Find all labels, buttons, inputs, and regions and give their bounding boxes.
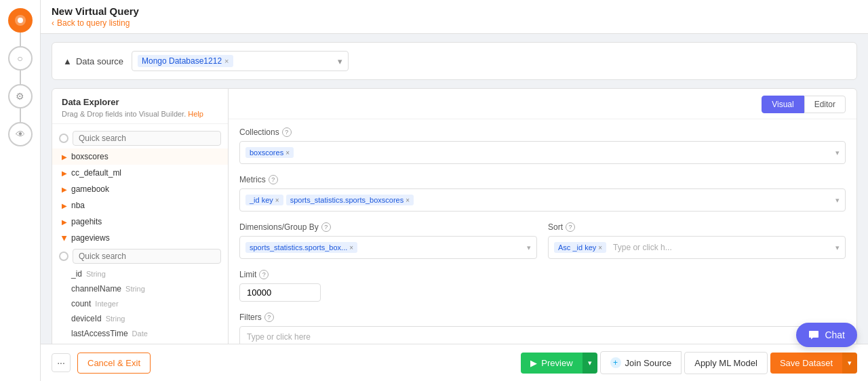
editor-toggle[interactable]: Editor	[804, 96, 846, 113]
dimensions-sort-row: Dimensions/Group By ? sports_statistics.…	[239, 222, 846, 259]
data-explorer-hint: Drag & Drop fields into Visual Builder. …	[62, 110, 218, 118]
datasource-chevron: ▾	[338, 56, 342, 66]
search-radio-1[interactable]	[59, 134, 68, 143]
metrics-label: Metrics ?	[239, 175, 846, 184]
metrics-select[interactable]: _id key × sports_statistics.sports_boxsc…	[239, 188, 846, 212]
dimension-tag: sports_statistics.sports_box... ×	[245, 242, 357, 253]
filter-placeholder: Type or click here	[247, 332, 311, 342]
sort-chevron: ▾	[835, 243, 840, 252]
apply-ml-button[interactable]: Apply ML Model	[684, 352, 768, 374]
caret-pageviews: ▶	[61, 235, 68, 241]
join-source-button[interactable]: + Join Source	[600, 351, 682, 374]
data-explorer-header: Data Explorer Drag & Drop fields into Vi…	[52, 89, 228, 124]
datasource-tag-select[interactable]: Mongo Database1212 × ▾	[132, 51, 349, 71]
data-explorer: Data Explorer Drag & Drop fields into Vi…	[52, 89, 229, 344]
first-search-row	[52, 128, 228, 148]
svg-point-1	[18, 18, 23, 23]
save-expand-button[interactable]: ▾	[842, 353, 857, 374]
connector-3	[20, 108, 21, 122]
chat-icon	[808, 329, 819, 340]
main-content: New Virtual Query ‹ Back to query listin…	[41, 0, 868, 381]
step-4[interactable]: 👁	[8, 122, 33, 146]
collection-cc-default-ml[interactable]: ▶ cc_default_ml	[52, 165, 228, 181]
step-2[interactable]: ○	[8, 46, 33, 71]
metric-sports-close[interactable]: ×	[406, 197, 410, 204]
visual-panel: Visual Editor Collections ?	[229, 89, 856, 344]
dimension-close[interactable]: ×	[349, 244, 353, 252]
step-3[interactable]: ⚙	[8, 84, 33, 108]
metrics-chevron: ▾	[835, 196, 840, 205]
dimensions-select[interactable]: sports_statistics.sports_box... × ▾	[239, 236, 537, 259]
datasource-select[interactable]: Mongo Database1212 × ▾	[132, 51, 349, 71]
collection-boxscores[interactable]: ▶ boxscores	[52, 148, 228, 165]
collection-pagehits[interactable]: ▶ pagehits	[52, 214, 228, 230]
caret-cc: ▶	[62, 169, 67, 177]
view-toggle: Visual Editor	[762, 96, 846, 113]
field-id[interactable]: _id String	[52, 266, 228, 281]
limit-row: Limit ?	[239, 270, 846, 302]
page-title: New Virtual Query	[52, 5, 857, 17]
connector-1	[20, 33, 21, 46]
dimensions-chevron: ▾	[527, 243, 531, 252]
field-deviceid[interactable]: deviceId String	[52, 311, 228, 326]
collection-nba[interactable]: ▶ nba	[52, 197, 228, 214]
sort-select[interactable]: Asc _id key × Type or click h... ▾	[548, 236, 846, 259]
metric-tag-sports: sports_statistics.sports_boxscores ×	[286, 195, 414, 205]
more-button[interactable]: ···	[52, 353, 71, 372]
sort-tag-close[interactable]: ×	[598, 244, 602, 252]
sort-help-icon[interactable]: ?	[566, 222, 575, 232]
collection-tag-close[interactable]: ×	[285, 149, 290, 157]
collections-help-icon[interactable]: ?	[282, 127, 292, 137]
sort-tag: Asc _id key ×	[554, 242, 606, 253]
collection-tag-boxscores: boxscores ×	[245, 147, 294, 158]
sort-col: Sort ? Asc _id key × Type or click h	[548, 222, 846, 259]
sort-label: Sort ?	[548, 222, 846, 232]
preview-button[interactable]: ▶ Preview	[521, 353, 582, 374]
play-icon: ▶	[530, 358, 537, 368]
save-button-group: Save Dataset ▾	[770, 353, 857, 374]
filters-label: Filters ?	[239, 313, 846, 322]
plus-circle-icon: +	[610, 357, 621, 368]
back-link[interactable]: ‹ Back to query listing	[52, 18, 857, 28]
data-explorer-title: Data Explorer	[62, 97, 218, 107]
field-count[interactable]: count Integer	[52, 296, 228, 311]
datasource-tag: Mongo Database1212 ×	[138, 55, 233, 67]
caret-nba: ▶	[62, 202, 67, 209]
dimensions-help-icon[interactable]: ?	[321, 222, 331, 232]
collection-gamebook[interactable]: ▶ gamebook	[52, 181, 228, 197]
field-channelname[interactable]: channelName String	[52, 281, 228, 296]
second-search-row	[52, 246, 228, 266]
limit-help-icon[interactable]: ?	[259, 270, 269, 279]
filters-help-icon[interactable]: ?	[264, 313, 274, 322]
join-button-group: + Join Source	[600, 351, 682, 374]
caret-pagehits: ▶	[62, 218, 67, 226]
collections-select[interactable]: boxscores × ▾	[239, 141, 846, 164]
quick-search-2[interactable]	[73, 249, 221, 264]
caret-boxscores: ▶	[62, 153, 67, 161]
collections-chevron: ▾	[835, 148, 840, 157]
search-radio-2[interactable]	[59, 252, 68, 261]
metric-id-close[interactable]: ×	[275, 197, 279, 204]
field-lastaccesstime[interactable]: lastAccessTime Date	[52, 326, 228, 341]
limit-input[interactable]	[239, 283, 321, 302]
preview-expand-button[interactable]: ▾	[583, 353, 597, 374]
visual-toggle[interactable]: Visual	[762, 96, 804, 113]
dimensions-label: Dimensions/Group By ?	[239, 222, 537, 232]
visual-body: Collections ? boxscores × ▾	[229, 119, 856, 344]
metrics-help-icon[interactable]: ?	[269, 175, 278, 184]
collections-row: Collections ? boxscores × ▾	[239, 127, 846, 164]
filters-select[interactable]: Type or click here ▾	[239, 326, 846, 344]
datasource-tag-close[interactable]: ×	[224, 57, 229, 65]
sort-placeholder: Type or click h...	[613, 243, 672, 252]
step-1[interactable]	[8, 8, 33, 33]
chat-bubble[interactable]: Chat	[796, 323, 857, 347]
cancel-button[interactable]: Cancel & Exit	[77, 353, 151, 374]
builder-area: Data Explorer Drag & Drop fields into Vi…	[52, 88, 857, 344]
collection-pageviews[interactable]: ▶ pageviews	[52, 230, 228, 246]
visual-header: Visual Editor	[229, 89, 856, 119]
save-button[interactable]: Save Dataset	[770, 353, 842, 374]
explorer-list: ▶ boxscores ▶ cc_default_ml ▶ gamebook	[52, 124, 228, 344]
quick-search-1[interactable]	[73, 131, 221, 146]
help-link[interactable]: Help	[188, 110, 203, 118]
filters-row: Filters ? Type or click here ▾	[239, 313, 846, 344]
